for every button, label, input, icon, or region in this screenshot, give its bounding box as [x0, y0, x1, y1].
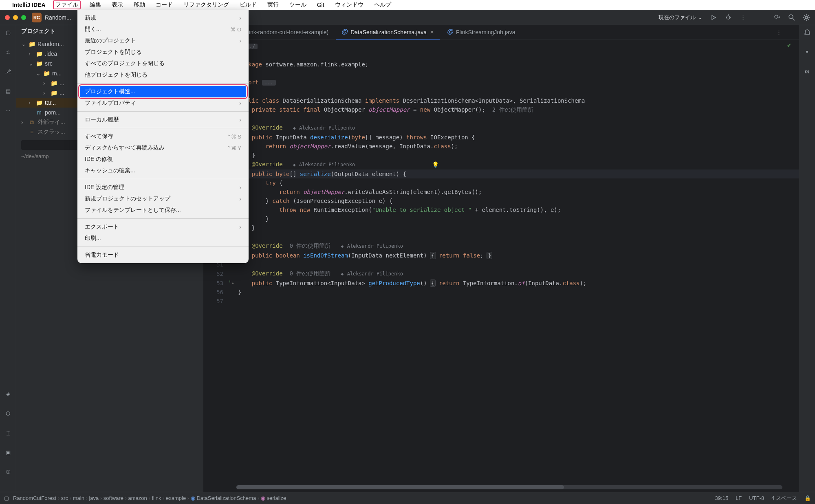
breadcrumb-item[interactable]: example — [166, 495, 186, 501]
run-button[interactable] — [710, 14, 717, 21]
code-line[interactable]: 57 — [204, 297, 799, 306]
debug-button[interactable] — [725, 14, 732, 21]
code-line[interactable]: 32 private static final ObjectMapper obj… — [204, 105, 799, 114]
file-menu-item[interactable]: プロジェクトを閉じる — [77, 46, 249, 58]
settings-icon[interactable] — [803, 14, 810, 21]
menu-code[interactable]: コード — [154, 0, 174, 9]
breadcrumb-item[interactable]: ◉ serialize — [261, 495, 286, 501]
code-line[interactable]: 30 — [204, 87, 799, 96]
code-line[interactable]: 48⬆▸ public boolean isEndOfStream(InputD… — [204, 251, 799, 260]
code-line[interactable]: 53⬆▸ public TypeInformation<InputData> g… — [204, 279, 799, 288]
code-line[interactable]: 40 try { — [204, 178, 799, 187]
search-icon[interactable] — [788, 14, 795, 21]
code-line[interactable]: 42 } catch (JsonProcessingException e) { — [204, 196, 799, 205]
breadcrumb-item[interactable]: software — [104, 495, 123, 501]
close-tab-icon[interactable]: ✕ — [430, 29, 434, 35]
file-menu-item[interactable]: エクスポート› — [77, 221, 249, 233]
code-line[interactable]: 41 return objectMapper.writeValueAsStrin… — [204, 187, 799, 196]
code-line[interactable]: 31public class DataSerializationSchema i… — [204, 96, 799, 105]
code-line[interactable]: 35⬆ public InputData deserialize(byte[] … — [204, 133, 799, 142]
menu-view[interactable]: 表示 — [110, 0, 125, 9]
file-menu-item[interactable]: ファイルをテンプレートとして保存... — [77, 205, 249, 216]
breadcrumb-item[interactable]: RandomCutForest — [13, 495, 56, 501]
file-menu-item[interactable]: 印刷... — [77, 233, 249, 244]
ai-tool-icon[interactable]: ✦ — [804, 48, 811, 55]
zoom-button[interactable] — [21, 15, 26, 20]
line-separator[interactable]: LF — [736, 495, 742, 501]
cursor-position[interactable]: 39:15 — [715, 495, 729, 501]
intention-bulb-icon[interactable]: 💡 — [432, 160, 439, 169]
horizontal-scrollbar[interactable] — [236, 485, 782, 489]
close-button[interactable] — [5, 15, 10, 20]
file-menu-item[interactable]: ファイルプロパティ› — [77, 97, 249, 109]
file-encoding[interactable]: UTF-8 — [749, 495, 764, 501]
code-line[interactable]: 56} — [204, 288, 799, 297]
menu-tools[interactable]: ツール — [288, 0, 308, 9]
run-config-selector[interactable]: 現在のファイル⌄ — [659, 14, 703, 21]
code-with-me-icon[interactable] — [773, 14, 781, 21]
file-menu-item[interactable]: 新規› — [77, 12, 249, 24]
file-menu-item[interactable]: 省電力モード — [77, 249, 249, 261]
notifications-icon[interactable] — [804, 29, 811, 36]
breadcrumb-item[interactable]: amazon — [128, 495, 147, 501]
code-line[interactable]: 37 } — [204, 151, 799, 160]
terminal-tool-icon[interactable]: ⌶ — [4, 429, 12, 436]
code-line[interactable]: 20 — [204, 69, 799, 78]
menu-build[interactable]: ビルド — [238, 0, 258, 9]
project-name[interactable]: Random... — [45, 14, 71, 21]
breadcrumb-item[interactable]: src — [61, 495, 68, 501]
file-menu-item[interactable]: すべてのプロジェクトを閉じる — [77, 58, 249, 69]
breadcrumb-item[interactable]: main — [73, 495, 84, 501]
code-line[interactable]: 21▸import ... — [204, 78, 799, 87]
menu-run[interactable]: 実行 — [266, 0, 280, 9]
project-tool-icon[interactable]: ▢ — [4, 29, 12, 36]
code-line[interactable]: 18 — [204, 51, 799, 60]
tab-more-icon[interactable]: ⋮ — [775, 29, 782, 36]
app-name[interactable]: IntelliJ IDEA — [12, 2, 46, 8]
code-line[interactable]: 33 — [204, 114, 799, 123]
build-tool-icon[interactable]: ⬡ — [4, 409, 12, 417]
menu-navigate[interactable]: 移動 — [132, 0, 147, 9]
editor-tab[interactable]: ⒸDataSerializationSchema.java✕ — [336, 25, 440, 40]
services-tool-icon[interactable]: ◈ — [4, 390, 12, 397]
code-line[interactable]: 38💡 @Override ◆ Aleksandr Pilipenko — [204, 160, 799, 169]
file-menu-item[interactable]: 開く...⌘ O — [77, 24, 249, 35]
code-line[interactable]: 19package software.amazon.flink.example; — [204, 60, 799, 69]
breadcrumb-item[interactable]: java — [89, 495, 99, 501]
readonly-lock-icon[interactable]: 🔒 — [804, 495, 811, 501]
code-line[interactable]: 47 @Override 0 件の使用箇所 ◆ Aleksandr Pilipe… — [204, 241, 799, 251]
indent-setting[interactable]: 4 スペース — [771, 495, 797, 502]
commit-tool-icon[interactable]: ⎌ — [4, 48, 12, 55]
breadcrumb-item[interactable]: flink — [152, 495, 161, 501]
maven-tool-icon[interactable]: m — [804, 68, 811, 75]
file-menu-item[interactable]: 最近のプロジェクト› — [77, 35, 249, 46]
menu-refactor[interactable]: リファクタリング — [182, 0, 231, 9]
file-menu-item[interactable]: IDE の修復 — [77, 154, 249, 165]
file-menu-item[interactable]: すべて保存⌃⌘ S — [77, 131, 249, 142]
code-line[interactable]: 36 return objectMapper.readValue(message… — [204, 142, 799, 151]
more-actions-icon[interactable]: ⋮ — [739, 14, 747, 21]
file-menu-item[interactable]: ローカル履歴› — [77, 114, 249, 125]
structure-tool-icon[interactable]: ▤ — [4, 87, 12, 95]
code-line[interactable]: 34 @Override ◆ Aleksandr Pilipenko — [204, 123, 799, 133]
editor-tab[interactable]: ⒸFlinkStreamingJob.java — [441, 25, 521, 40]
file-menu-item[interactable]: IDE 設定の管理› — [77, 182, 249, 193]
file-menu-item[interactable]: ディスクからすべて再読み込み⌃⌘ Y — [77, 142, 249, 154]
problems-tool-icon[interactable]: ① — [4, 468, 12, 475]
code-line[interactable]: 39⬆ public byte[] serialize(OutputData e… — [204, 169, 799, 178]
code-line[interactable]: 43 throw new RuntimeException("Unable to… — [204, 205, 799, 214]
menu-help[interactable]: ヘルプ — [372, 0, 393, 9]
code-line[interactable]: 45 } — [204, 223, 799, 232]
code-line[interactable]: 1▸/.../ — [204, 42, 799, 51]
code-line[interactable]: 52 @Override 0 件の使用箇所 ◆ Aleksandr Pilipe… — [204, 269, 799, 279]
more-tool-icon[interactable]: ⋯ — [4, 107, 12, 114]
breadcrumb-item[interactable]: ◉ DataSerializationSchema — [191, 495, 256, 501]
file-menu-item[interactable]: プロジェクト構造... — [80, 86, 246, 97]
menu-window[interactable]: ウィンドウ — [333, 0, 365, 9]
menu-edit[interactable]: 編集 — [88, 0, 103, 9]
menu-file[interactable]: ファイル — [53, 0, 81, 9]
breadcrumb-root-icon[interactable]: ▢ — [4, 495, 9, 501]
code-line[interactable]: 44 } — [204, 214, 799, 223]
code-line[interactable]: 51 — [204, 260, 799, 269]
file-menu-item[interactable]: 新規プロジェクトのセットアップ› — [77, 193, 249, 205]
